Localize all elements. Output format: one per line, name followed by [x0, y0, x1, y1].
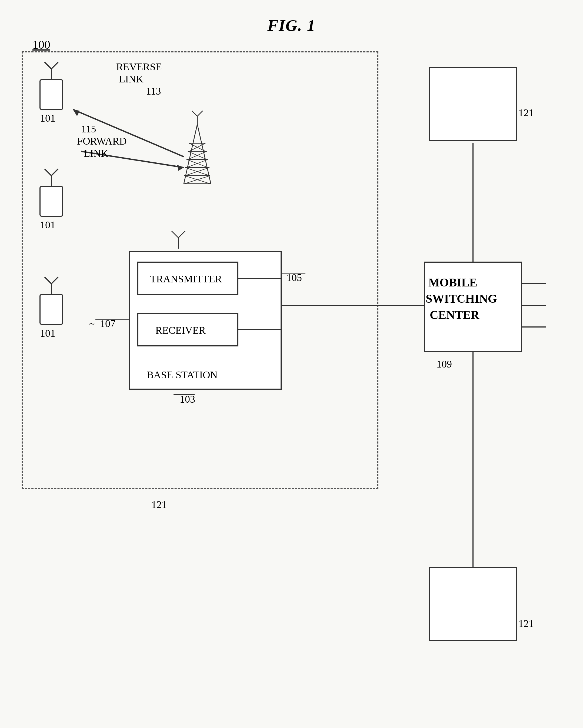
svg-text:121: 121	[151, 499, 167, 510]
main-system-box	[22, 51, 378, 489]
svg-text:109: 109	[436, 358, 452, 370]
figure-title: FIG. 1	[267, 16, 316, 35]
svg-rect-78	[430, 568, 516, 641]
system-ref-label: 100	[32, 38, 50, 52]
svg-rect-66	[424, 262, 522, 351]
svg-text:121: 121	[518, 107, 534, 119]
page: FIG. 1 100 101 101 101	[0, 0, 583, 728]
svg-text:SWITCHING: SWITCHING	[426, 292, 497, 305]
svg-rect-75	[430, 68, 516, 140]
svg-text:MOBILE: MOBILE	[428, 276, 477, 289]
svg-text:121: 121	[518, 618, 534, 629]
svg-text:CENTER: CENTER	[430, 308, 480, 321]
